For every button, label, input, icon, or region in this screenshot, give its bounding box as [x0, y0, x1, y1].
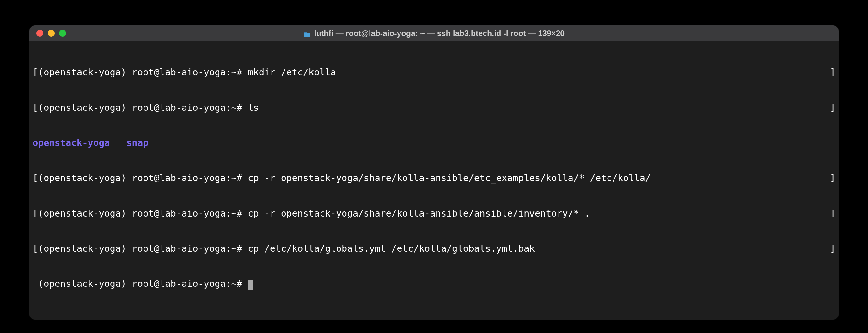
titlebar: luthfi — root@lab-aio-yoga: ~ — ssh lab3… — [29, 25, 839, 41]
folder-icon — [304, 30, 311, 36]
cursor — [248, 280, 253, 289]
line-end-bracket: ] — [830, 243, 835, 254]
terminal-line: [(openstack-yoga) root@lab-aio-yoga:~# c… — [33, 243, 835, 254]
terminal-line: [(openstack-yoga) root@lab-aio-yoga:~# m… — [33, 66, 835, 78]
command-text: cp -r openstack-yoga/share/kolla-ansible… — [248, 208, 590, 219]
ls-output-line: openstack-yoga snap — [33, 137, 835, 149]
line-end-bracket: ] — [830, 172, 835, 184]
line-end-bracket: ] — [830, 102, 835, 114]
window-controls — [36, 30, 66, 37]
prompt: [(openstack-yoga) root@lab-aio-yoga:~# — [33, 67, 248, 78]
command-text: cp -r openstack-yoga/share/kolla-ansible… — [248, 172, 651, 183]
prompt: [(openstack-yoga) root@lab-aio-yoga:~# — [33, 208, 248, 219]
directory-name: openstack-yoga — [33, 137, 110, 148]
directory-name: snap — [126, 137, 149, 148]
terminal-line-current: (openstack-yoga) root@lab-aio-yoga:~# — [33, 278, 835, 289]
window-title: luthfi — root@lab-aio-yoga: ~ — ssh lab3… — [36, 29, 832, 38]
maximize-button[interactable] — [59, 30, 66, 37]
terminal-body[interactable]: [(openstack-yoga) root@lab-aio-yoga:~# m… — [29, 41, 839, 320]
line-end-bracket: ] — [830, 66, 835, 78]
terminal-line: [(openstack-yoga) root@lab-aio-yoga:~# l… — [33, 102, 835, 114]
command-text: mkdir /etc/kolla — [248, 67, 336, 78]
window-title-text: luthfi — root@lab-aio-yoga: ~ — ssh lab3… — [314, 29, 565, 38]
command-text: ls — [248, 102, 259, 113]
prompt: [(openstack-yoga) root@lab-aio-yoga:~# — [33, 243, 248, 254]
prompt: [(openstack-yoga) root@lab-aio-yoga:~# — [33, 172, 248, 183]
minimize-button[interactable] — [48, 30, 55, 37]
line-end-bracket: ] — [830, 207, 835, 219]
close-button[interactable] — [36, 30, 43, 37]
terminal-line: [(openstack-yoga) root@lab-aio-yoga:~# c… — [33, 207, 835, 219]
prompt: (openstack-yoga) root@lab-aio-yoga:~# — [33, 278, 248, 289]
terminal-line: [(openstack-yoga) root@lab-aio-yoga:~# c… — [33, 172, 835, 184]
prompt: [(openstack-yoga) root@lab-aio-yoga:~# — [33, 102, 248, 113]
command-text: cp /etc/kolla/globals.yml /etc/kolla/glo… — [248, 243, 535, 254]
terminal-window: luthfi — root@lab-aio-yoga: ~ — ssh lab3… — [29, 25, 839, 320]
